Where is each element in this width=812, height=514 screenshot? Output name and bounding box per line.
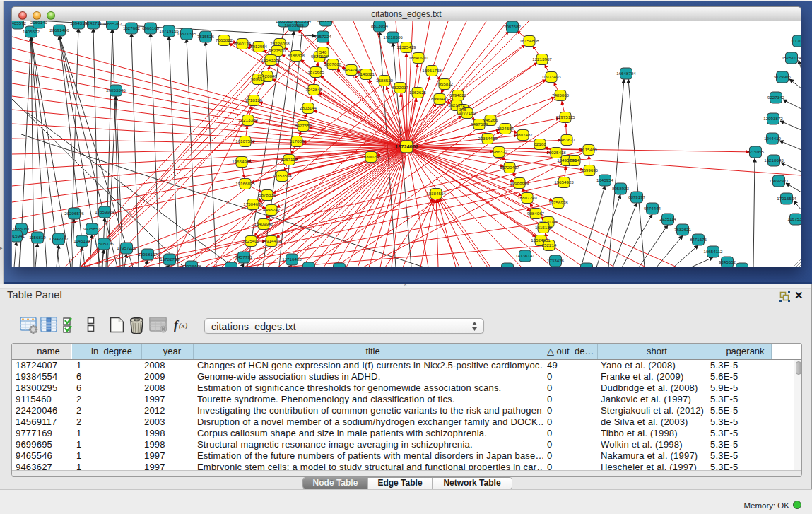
svg-text:17957225: 17957225 <box>117 245 136 250</box>
svg-text:7632621: 7632621 <box>674 227 692 232</box>
svg-text:9571182: 9571182 <box>331 266 348 267</box>
svg-text:16524851: 16524851 <box>531 238 551 243</box>
svg-text:2867608: 2867608 <box>324 62 342 66</box>
svg-text:19218506: 19218506 <box>383 35 403 40</box>
svg-text:1588520: 1588520 <box>376 78 394 83</box>
svg-text:17504676: 17504676 <box>243 201 263 206</box>
svg-text:(x): (x) <box>179 321 188 330</box>
svg-text:9146821: 9146821 <box>358 71 375 76</box>
svg-text:6454: 6454 <box>570 158 579 163</box>
svg-text:16033809: 16033809 <box>284 23 304 28</box>
svg-text:15751074: 15751074 <box>782 55 801 60</box>
svg-text:9777169: 9777169 <box>459 110 476 115</box>
svg-text:15692971: 15692971 <box>769 178 789 183</box>
svg-text:17016504: 17016504 <box>777 196 796 201</box>
svg-text:9699695: 9699695 <box>581 168 599 173</box>
svg-text:9227342: 9227342 <box>767 95 785 100</box>
svg-text:12213389: 12213389 <box>238 117 258 122</box>
svg-text:8990443: 8990443 <box>431 96 449 101</box>
svg-text:10120746: 10120746 <box>539 219 558 224</box>
svg-text:4498242: 4498242 <box>263 207 281 212</box>
svg-text:8427552: 8427552 <box>295 123 312 128</box>
svg-text:9445212: 9445212 <box>734 266 751 267</box>
svg-text:3624554: 3624554 <box>497 126 514 131</box>
svg-text:3875685: 3875685 <box>307 69 325 74</box>
svg-text:6966160: 6966160 <box>142 25 160 30</box>
svg-text:18300295: 18300295 <box>361 154 381 159</box>
svg-text:7625402: 7625402 <box>242 238 260 243</box>
svg-text:19654923: 19654923 <box>554 180 574 185</box>
svg-text:13716485: 13716485 <box>282 257 302 262</box>
svg-text:9312514: 9312514 <box>294 21 312 23</box>
svg-text:10807487: 10807487 <box>513 132 533 137</box>
svg-text:9245652: 9245652 <box>719 259 736 264</box>
svg-text:8471676: 8471676 <box>690 237 707 242</box>
svg-text:2087682: 2087682 <box>504 24 522 29</box>
svg-text:12942737: 12942737 <box>49 236 69 241</box>
svg-text:8103321: 8103321 <box>223 265 240 267</box>
svg-text:14136141: 14136141 <box>515 253 535 258</box>
svg-text:18724007: 18724007 <box>395 144 418 150</box>
svg-text:16107554: 16107554 <box>235 139 255 144</box>
svg-text:3915941: 3915941 <box>12 233 25 238</box>
svg-text:12093872: 12093872 <box>763 116 783 121</box>
svg-text:546: 546 <box>319 49 327 54</box>
svg-text:8186328: 8186328 <box>288 53 305 58</box>
svg-text:10973493: 10973493 <box>541 74 561 79</box>
svg-text:10688609: 10688609 <box>510 180 529 185</box>
svg-text:1405572: 1405572 <box>12 21 27 25</box>
svg-text:16961758: 16961758 <box>422 68 442 73</box>
svg-text:7515526: 7515526 <box>197 34 215 39</box>
svg-text:16782759: 16782759 <box>160 257 180 262</box>
svg-text:20691406: 20691406 <box>49 28 69 33</box>
svg-text:12353594: 12353594 <box>272 173 292 178</box>
svg-text:8131054: 8131054 <box>317 21 335 23</box>
svg-text:8215955: 8215955 <box>747 149 765 154</box>
svg-text:7986322: 7986322 <box>490 149 508 154</box>
svg-text:16648784: 16648784 <box>616 71 636 76</box>
svg-text:14914479: 14914479 <box>261 238 281 243</box>
svg-text:1292344: 1292344 <box>300 265 318 267</box>
svg-text:1362625: 1362625 <box>409 90 427 95</box>
svg-text:12213967: 12213967 <box>532 57 552 62</box>
svg-text:7663822: 7663822 <box>216 37 233 42</box>
svg-text:3267110: 3267110 <box>281 157 298 162</box>
svg-text:16543382: 16543382 <box>261 57 281 62</box>
svg-text:317006: 317006 <box>290 139 305 144</box>
svg-text:9474444: 9474444 <box>644 206 661 211</box>
svg-text:19654985: 19654985 <box>232 159 252 164</box>
svg-text:1405572: 1405572 <box>23 29 40 34</box>
svg-text:15409948: 15409948 <box>254 221 273 226</box>
svg-text:8958923: 8958923 <box>612 186 630 191</box>
svg-text:10654112: 10654112 <box>703 249 723 254</box>
svg-text:10958107: 10958107 <box>138 252 158 257</box>
svg-text:1145194: 1145194 <box>73 238 90 243</box>
svg-text:2069140: 2069140 <box>30 21 48 25</box>
svg-text:8813054: 8813054 <box>371 23 389 28</box>
svg-text:5878334: 5878334 <box>259 192 276 197</box>
svg-text:6794028: 6794028 <box>449 93 467 98</box>
svg-text:19166825: 19166825 <box>235 181 255 186</box>
svg-text:16671355: 16671355 <box>177 31 196 36</box>
svg-text:18640910: 18640910 <box>408 55 428 60</box>
svg-text:8660124: 8660124 <box>234 41 252 46</box>
svg-text:989012: 989012 <box>251 76 266 81</box>
svg-text:19384554: 19384554 <box>426 191 446 196</box>
svg-text:1244419: 1244419 <box>764 136 782 141</box>
svg-text:2803144: 2803144 <box>300 105 317 110</box>
svg-text:23226058: 23226058 <box>270 41 290 46</box>
svg-text:9084067: 9084067 <box>527 211 545 216</box>
svg-text:9975857: 9975857 <box>83 226 101 231</box>
svg-text:252214: 252214 <box>542 243 557 247</box>
svg-text:2718126: 2718126 <box>245 98 263 103</box>
svg-text:7242848: 7242848 <box>305 87 323 92</box>
svg-text:9242711: 9242711 <box>85 21 102 25</box>
svg-text:12923448: 12923448 <box>182 264 201 267</box>
svg-text:62160: 62160 <box>534 141 546 146</box>
svg-text:16154808: 16154808 <box>519 38 539 43</box>
svg-text:9463627: 9463627 <box>558 137 576 142</box>
svg-text:19756928: 19756928 <box>548 200 568 205</box>
svg-text:8912954: 8912954 <box>250 44 268 49</box>
svg-text:7357224: 7357224 <box>314 34 332 39</box>
svg-text:1156819: 1156819 <box>29 235 46 240</box>
